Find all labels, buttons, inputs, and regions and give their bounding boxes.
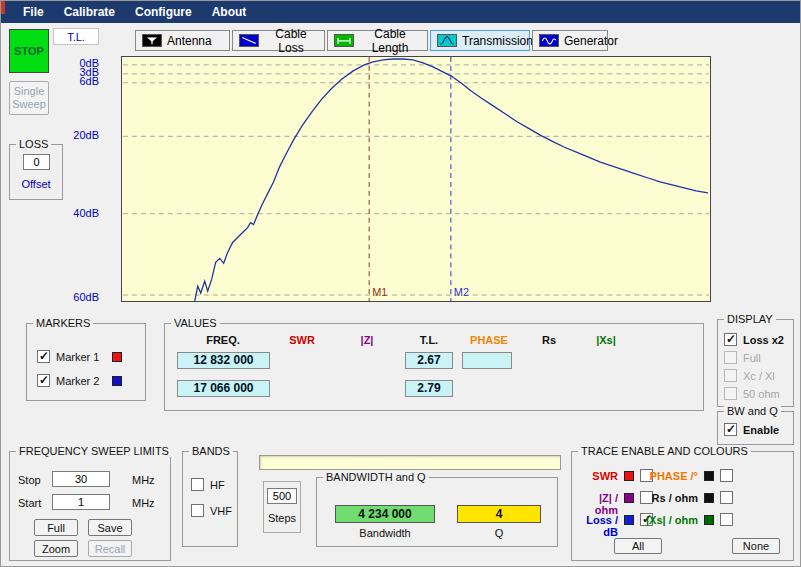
marker1-label: Marker 1: [56, 351, 106, 363]
tl-units-box: T.L.: [53, 28, 99, 45]
stop-button[interactable]: STOP: [9, 29, 49, 73]
save-sweep-button[interactable]: Save: [88, 519, 132, 536]
markers-group: MARKERS Marker 1 Marker 2: [26, 323, 146, 401]
trace-xs-swatch: [704, 515, 714, 525]
values-header-xs: |Xs|: [596, 334, 616, 346]
loss-x2-checkbox[interactable]: [724, 333, 737, 346]
scale-label-40db: 40dB: [51, 207, 99, 219]
antenna-icon: [142, 34, 162, 47]
fifty-ohm-label: 50 ohm: [743, 388, 780, 400]
values-group-title: VALUES: [171, 317, 220, 329]
trace-phase-checkbox[interactable]: [720, 469, 733, 482]
trace-rs-label: Rs / ohm: [628, 492, 698, 504]
stop-freq-label: Stop: [18, 474, 41, 486]
zoom-sweep-button[interactable]: Zoom: [34, 540, 78, 557]
app-window: File Calibrate Configure About STOP Sing…: [0, 0, 801, 567]
bwq-enable-label: Enable: [743, 424, 779, 436]
loss-group: LOSS Offset: [9, 144, 63, 200]
loss-x2-label: Loss x2: [743, 334, 784, 346]
toolbar-cable-length-button[interactable]: Cable Length: [327, 30, 428, 51]
recall-sweep-button[interactable]: Recall: [88, 540, 132, 557]
trace-enable-title: TRACE ENABLE AND COLOURS: [578, 445, 751, 457]
toolbar-cable-loss-button[interactable]: Cable Loss: [232, 30, 325, 51]
bw-q-group-title: BW and Q: [724, 405, 781, 417]
xc-xl-label: Xc / Xl: [743, 370, 775, 382]
steps-box: Steps: [263, 481, 301, 533]
trace-all-button[interactable]: All: [614, 538, 662, 554]
marker2-tl-value: 2.79: [405, 380, 453, 397]
values-header-z: |Z|: [361, 334, 374, 346]
chart-area[interactable]: M1M2: [121, 56, 711, 302]
marker-label: M2: [454, 286, 469, 298]
frequency-sweep-group: FREQUENCY SWEEP LIMITS Stop MHz Start MH…: [9, 451, 171, 561]
markers-group-title: MARKERS: [33, 317, 93, 329]
bandwidth-q-group: BANDWIDTH and Q 4 234 000 Bandwidth 4 Q: [316, 477, 558, 547]
bandwidth-value: 4 234 000: [335, 505, 435, 523]
stop-freq-input[interactable]: [52, 471, 110, 487]
menubar: File Calibrate Configure About: [1, 1, 800, 23]
values-header-freq: FREQ.: [206, 334, 240, 346]
menu-configure[interactable]: Configure: [125, 1, 202, 23]
steps-input[interactable]: [267, 488, 297, 504]
toolbar-generator-label: Generator: [564, 34, 618, 48]
full-display-label: Full: [743, 352, 761, 364]
toolbar-transmission-button[interactable]: Transmission: [430, 30, 530, 51]
fifty-ohm-checkbox[interactable]: [724, 387, 737, 400]
marker1-color-swatch: [112, 352, 122, 362]
marker2-checkbox[interactable]: [37, 374, 50, 387]
trace-xs-checkbox[interactable]: [720, 513, 733, 526]
toolbar-cable-loss-label: Cable Loss: [264, 27, 318, 55]
full-display-checkbox[interactable]: [724, 351, 737, 364]
trace-enable-group: TRACE ENABLE AND COLOURS SWR |Z| / ohm L…: [571, 451, 794, 561]
steps-label: Steps: [264, 512, 300, 524]
hf-band-checkbox[interactable]: [191, 478, 204, 491]
bw-q-group: BW and Q Enable: [717, 411, 794, 445]
single-sweep-button[interactable]: Single Sweep: [9, 81, 49, 115]
hf-band-label: HF: [210, 479, 225, 491]
start-freq-input[interactable]: [52, 494, 110, 510]
marker2-freq-value: 17 066 000: [177, 380, 270, 397]
trace-swr-label: SWR: [574, 470, 618, 482]
menu-calibrate[interactable]: Calibrate: [54, 1, 125, 23]
scale-label-60db: 60dB: [51, 291, 99, 303]
trace-z-label: |Z| / ohm: [574, 492, 618, 516]
cable-length-icon: [334, 34, 354, 47]
start-freq-label: Start: [18, 497, 41, 509]
display-group: DISPLAY Loss x2 Full Xc / Xl 50 ohm: [717, 319, 794, 407]
trace-phase-swatch: [704, 471, 714, 481]
loss-offset-input[interactable]: [23, 154, 50, 170]
start-freq-unit: MHz: [132, 497, 155, 509]
trace-rs-checkbox[interactable]: [720, 491, 733, 504]
bands-group: BANDS HF VHF: [182, 451, 238, 547]
status-bar: [259, 455, 561, 470]
marker-label: M1: [372, 286, 387, 298]
menu-about[interactable]: About: [202, 1, 257, 23]
trace-none-button[interactable]: None: [732, 538, 780, 554]
bandwidth-q-title: BANDWIDTH and Q: [323, 471, 429, 483]
loss-offset-label: Offset: [10, 178, 62, 190]
toolbar-antenna-label: Antenna: [167, 34, 212, 48]
values-group: VALUES FREQ. SWR |Z| T.L. PHASE Rs |Xs| …: [164, 323, 704, 411]
display-group-title: DISPLAY: [724, 313, 776, 325]
toolbar-antenna-button[interactable]: Antenna: [135, 30, 230, 51]
toolbar-generator-button[interactable]: Generator: [532, 30, 608, 51]
marker1-checkbox[interactable]: [37, 350, 50, 363]
values-header-tl: T.L.: [420, 334, 438, 346]
transmission-icon: [437, 34, 457, 47]
marker1-tl-value: 2.67: [405, 352, 453, 369]
bwq-enable-checkbox[interactable]: [724, 423, 737, 436]
vhf-band-checkbox[interactable]: [191, 504, 204, 517]
xc-xl-checkbox[interactable]: [724, 369, 737, 382]
generator-icon: [539, 34, 559, 47]
cable-loss-icon: [239, 34, 259, 47]
full-sweep-button[interactable]: Full: [34, 519, 78, 536]
trace-loss-label: Loss / dB: [574, 514, 618, 538]
menu-file[interactable]: File: [13, 1, 54, 23]
chart-svg: M1M2: [122, 57, 710, 301]
values-header-rs: Rs: [542, 334, 556, 346]
scale-label-20db: 20dB: [51, 129, 99, 141]
marker2-label: Marker 2: [56, 375, 106, 387]
scale-label-6db: 6dB: [51, 75, 99, 87]
values-header-phase: PHASE: [470, 334, 508, 346]
q-value: 4: [457, 505, 541, 523]
